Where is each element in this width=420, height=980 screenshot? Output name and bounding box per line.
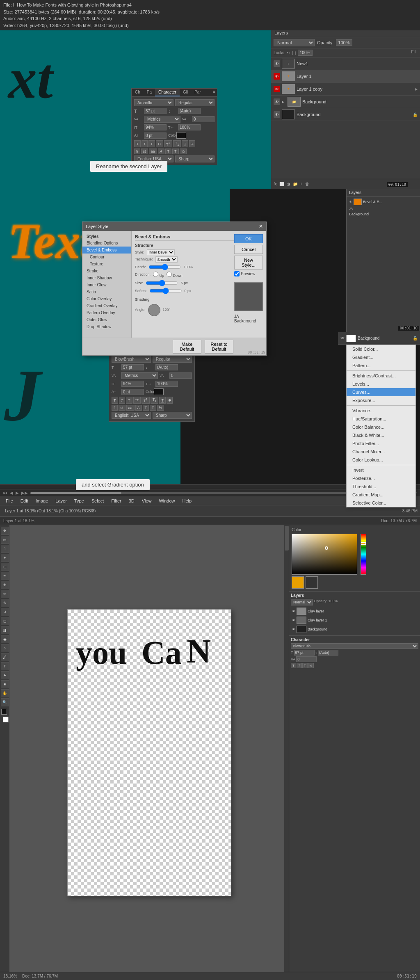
tool-gradient[interactable]: ◨ <box>1 626 9 634</box>
char2-st-btn[interactable]: st <box>119 405 126 411</box>
mini-layer-1[interactable]: 👁 Bevel & E... <box>348 198 418 206</box>
ps-menu-select[interactable]: Select <box>88 498 107 504</box>
tool-history[interactable]: ↺ <box>1 608 9 616</box>
char-tab-gli[interactable]: Gli <box>180 89 191 96</box>
st-ligature-btn[interactable]: st <box>141 148 148 154</box>
super-btn[interactable]: T1 <box>164 140 172 147</box>
style-color-overlay[interactable]: Color Overlay <box>82 295 131 302</box>
char2-fi-btn[interactable]: fi <box>112 405 118 411</box>
layers-mask-btn[interactable]: ⬜ <box>279 182 284 186</box>
char2-bold-btn[interactable]: T <box>112 397 118 404</box>
italic-btn[interactable]: T <box>142 140 148 147</box>
dropdown-exposure[interactable]: Exposure... <box>347 396 415 404</box>
style-outer-glow[interactable]: Outer Glow <box>82 316 131 323</box>
aa-btn[interactable]: aa <box>149 148 157 154</box>
char-tab-character[interactable]: Character <box>155 89 180 96</box>
layers-mode-select[interactable]: Normal <box>274 39 315 46</box>
aa2-btn[interactable]: A <box>158 148 164 154</box>
preview-checkbox[interactable] <box>234 271 240 276</box>
tool-heal[interactable]: ✚ <box>1 581 9 589</box>
char-tracking-input[interactable] <box>192 116 215 122</box>
char-vscale-input[interactable] <box>144 124 167 130</box>
dropdown-invert[interactable]: Invert <box>347 466 415 474</box>
char2-hscale-input[interactable] <box>155 381 178 387</box>
small-size-input[interactable] <box>294 650 315 656</box>
char-antialias-select[interactable]: Sharp <box>175 155 215 162</box>
soften-slider[interactable] <box>149 288 182 294</box>
depth-slider[interactable] <box>148 264 181 270</box>
layer-row-background-group[interactable]: 👁 ▶ 📁 Background <box>271 96 420 108</box>
char2-lang-select[interactable]: English: USA <box>112 412 151 419</box>
char2-strikethrough-btn[interactable]: T <box>167 397 173 404</box>
make-default-btn[interactable]: Make Default <box>173 340 201 354</box>
tool-dodge[interactable]: ○ <box>1 644 9 652</box>
fraction-btn[interactable]: ½ <box>180 148 187 154</box>
char-color-swatch[interactable] <box>176 132 186 139</box>
char-size-input[interactable] <box>144 108 167 114</box>
tool-lasso[interactable]: ⌇ <box>1 545 9 553</box>
small-layer-bg[interactable]: 👁 Background <box>291 625 418 634</box>
char-tab-ch[interactable]: Ch <box>132 89 144 96</box>
char2-super-btn[interactable]: T1 <box>142 397 150 404</box>
tool-wand[interactable]: ✦ <box>1 554 9 562</box>
layer-eye-bg-group[interactable]: 👁 <box>274 98 280 105</box>
dropdown-color-balance[interactable]: Color Balance... <box>347 423 415 431</box>
dropdown-channel-mixer[interactable]: Channel Mixer... <box>347 448 415 456</box>
hue-bar[interactable] <box>361 534 366 575</box>
fi-ligature-btn[interactable]: fi <box>134 148 140 154</box>
lowered-btn[interactable]: T <box>172 148 179 154</box>
tool-select[interactable]: ▭ <box>1 536 9 544</box>
sub-btn[interactable]: T1 <box>173 140 181 147</box>
ps-menu-help[interactable]: Help <box>179 498 195 504</box>
style-blending-options[interactable]: Blending Options <box>82 240 131 247</box>
fg-color-swatch[interactable] <box>1 709 7 715</box>
dropdown-photo-filter[interactable]: Photo Filter... <box>347 439 415 448</box>
style-drop-shadow[interactable]: Drop Shadow <box>82 323 131 330</box>
layers-delete-btn[interactable]: 🗑 <box>305 182 309 186</box>
style-bevel-emboss[interactable]: Bevel & Emboss <box>82 247 131 254</box>
small-layer-2[interactable]: 👁 Clay layer 1 <box>291 616 418 625</box>
dialog-cancel-btn[interactable]: Cancel <box>234 245 263 254</box>
tool-move[interactable]: ✥ <box>1 527 9 535</box>
small-bold[interactable]: T <box>291 663 296 668</box>
char2-caps-btn[interactable]: T <box>126 397 132 404</box>
tool-zoom[interactable]: 🔍 <box>1 698 9 706</box>
char2-antialias-select[interactable]: Sharp <box>153 412 192 419</box>
char-style-select[interactable]: Regular <box>175 99 215 106</box>
char2-tracking-input[interactable] <box>169 372 192 379</box>
char2-aa2-btn[interactable]: A <box>135 405 142 411</box>
tool-crop[interactable]: ⊡ <box>1 563 9 571</box>
ps-menu-type[interactable]: Type <box>71 498 87 504</box>
reset-to-default-btn[interactable]: Reset to Default <box>205 340 233 354</box>
char2-sub-btn[interactable]: T1 <box>151 397 159 404</box>
char2-style-select[interactable]: Regular <box>153 356 192 363</box>
ps-menu-image[interactable]: Image <box>32 498 52 504</box>
mini-layer-bg[interactable]: Background <box>348 211 418 217</box>
small-fraction[interactable]: ½ <box>308 663 314 668</box>
raised-btn[interactable]: T <box>165 148 172 154</box>
tool-clone[interactable]: ✎ <box>1 599 9 607</box>
char-kerning-select[interactable]: Metrics <box>144 116 180 123</box>
char-baseline-input[interactable] <box>144 132 167 139</box>
char2-smallcaps-btn[interactable]: TT <box>133 397 141 404</box>
tool-shape[interactable]: ■ <box>1 680 9 688</box>
tool-hand[interactable]: ✋ <box>1 689 9 697</box>
dropdown-gradient[interactable]: Gradient... <box>347 353 415 361</box>
tool-brush[interactable]: ✏ <box>1 590 9 598</box>
char-panel-menu[interactable]: ≡ <box>211 89 217 96</box>
char2-size-input[interactable] <box>121 364 144 370</box>
char2-italic-btn[interactable]: T <box>119 397 126 404</box>
tool-path-select[interactable]: ➤ <box>1 671 9 679</box>
layer-eye-background[interactable]: 👁 <box>274 111 280 118</box>
layers-adj-btn[interactable]: ◑ <box>287 182 290 186</box>
small-tracking-input[interactable] <box>296 656 317 662</box>
dropdown-brightness[interactable]: Brightness/Contrast... <box>347 372 415 380</box>
dropdown-solid-color[interactable]: Solid Color... <box>347 345 415 353</box>
style-inner-shadow[interactable]: Inner Shadow <box>82 274 131 281</box>
dropdown-gradient-map[interactable]: Gradient Map... <box>347 491 415 499</box>
char2-lowered-btn[interactable]: T <box>150 405 156 411</box>
char-font-select[interactable]: Amarillo <box>134 99 173 106</box>
ps-menu-3d[interactable]: 3D <box>126 498 138 504</box>
dir-down-radio[interactable] <box>167 272 172 277</box>
dropdown-pattern[interactable]: Pattern... <box>347 361 415 370</box>
